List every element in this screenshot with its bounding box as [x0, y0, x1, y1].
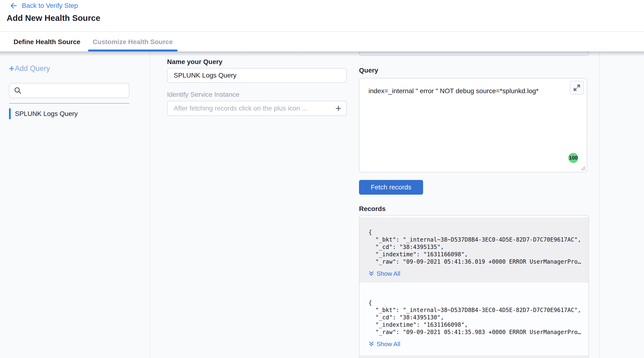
plus-icon: + — [9, 65, 14, 72]
double-chevron-down-icon — [368, 341, 374, 347]
query-search-input[interactable] — [25, 87, 124, 94]
resize-grip[interactable] — [581, 166, 586, 171]
record-json-line: "_indextime": "1631166098", — [368, 251, 579, 258]
records-label: Records — [359, 205, 386, 213]
double-chevron-down-icon — [368, 271, 374, 277]
record-json-line: { — [368, 299, 579, 307]
back-arrow-icon — [10, 2, 18, 9]
record-json-line: "_indextime": "1631166098", — [368, 321, 579, 329]
fetch-records-button[interactable]: Fetch records — [359, 180, 423, 195]
record-json-line: "_raw": "09-09-2021 05:41:35.983 +0000 E… — [368, 329, 579, 336]
show-all-link[interactable]: Show All — [368, 340, 579, 348]
back-link[interactable]: Back to Verify Step — [10, 2, 78, 9]
record-json-line: "_raw": "09-09-2021 05:41:36.019 +0000 E… — [368, 258, 579, 266]
show-all-link[interactable]: Show All — [368, 269, 579, 278]
add-service-instance-plus-icon[interactable]: + — [335, 104, 342, 113]
search-icon — [14, 86, 22, 95]
maximize-icon — [573, 84, 581, 92]
query-text: index=_internal " error " NOT debug sour… — [360, 78, 587, 95]
selected-indicator-bar — [9, 108, 11, 119]
query-label: Query — [359, 67, 378, 74]
tab-bar: Define Health Source Customize Health So… — [0, 32, 644, 51]
record-card: { "_bkt": "_internal~38~D537D8B4-3EC0-4D… — [360, 288, 588, 353]
page-title: Add New Health Source — [7, 13, 100, 23]
record-json-line: { — [368, 229, 579, 236]
query-sidebar: + Add Query SPLUNK Logs Query — [0, 51, 150, 358]
service-instance-input[interactable] — [174, 105, 335, 112]
add-query-button[interactable]: + Add Query — [9, 64, 50, 73]
query-name-input[interactable] — [167, 68, 347, 83]
back-link-label: Back to Verify Step — [22, 2, 78, 9]
query-list-item-splunk-logs[interactable]: SPLUNK Logs Query — [9, 108, 78, 119]
show-all-label: Show All — [376, 270, 400, 277]
records-container: { "_bkt": "_internal~38~D537D8B4-3EC0-4D… — [359, 215, 589, 358]
right-panel-strip — [599, 51, 644, 358]
record-json-line: "_bkt": "_internal~38~D537D8B4-3EC0-4D5E… — [368, 307, 579, 314]
expand-query-button[interactable] — [570, 81, 584, 95]
query-textarea[interactable]: index=_internal " error " NOT debug sour… — [359, 78, 587, 172]
show-all-label: Show All — [376, 341, 400, 348]
query-item-label: SPLUNK Logs Query — [15, 110, 78, 118]
tab-define-health-source[interactable]: Define Health Source — [9, 32, 85, 51]
record-card-partial — [360, 356, 588, 358]
add-query-label: Add Query — [15, 64, 50, 73]
record-json-line: "_cd": "38:4395130", — [368, 314, 579, 321]
service-instance-label: Identify Service Instance — [167, 91, 240, 98]
content-area: + Add Query SPLUNK Logs Query Name your … — [0, 51, 644, 358]
service-instance-field: + — [167, 101, 347, 116]
sidebar-divider — [9, 103, 129, 104]
record-count-badge: 100 — [568, 153, 578, 163]
record-json-line: "_cd": "38:4395135", — [368, 244, 579, 251]
record-card: { "_bkt": "_internal~38~D537D8B4-3EC0-4D… — [360, 217, 588, 283]
name-query-label: Name your Query — [167, 58, 222, 66]
tab-customize-health-source[interactable]: Customize Health Source — [88, 32, 178, 51]
record-json-line: "_bkt": "_internal~38~D537D8B4-3EC0-4D5E… — [368, 236, 579, 244]
query-search-box — [9, 83, 129, 98]
add-health-source-page: Back to Verify Step Add New Health Sourc… — [0, 0, 644, 358]
page-header: Back to Verify Step Add New Health Sourc… — [0, 0, 644, 32]
